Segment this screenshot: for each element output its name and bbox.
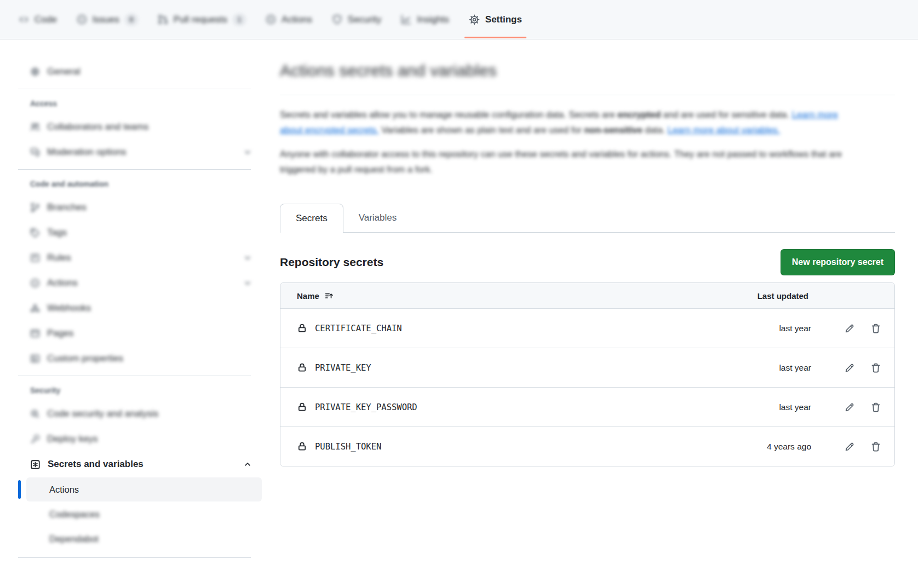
sidebar-item-label: Codespaces — [49, 509, 100, 520]
trash-icon — [870, 402, 881, 413]
sidebar-item-label: Secrets and variables — [48, 459, 144, 470]
sidebar-item-custom-properties[interactable]: Custom properties — [18, 346, 262, 371]
sidebar-divider — [18, 89, 251, 89]
sidebar-item-secrets-and-variables[interactable]: Secrets and variables — [18, 452, 262, 477]
git-branch-icon — [30, 203, 40, 212]
secret-name: CERTIFICATE_CHAIN — [315, 324, 735, 333]
pull-requests-count-badge: 1 — [233, 14, 246, 26]
name-column-header[interactable]: Name — [297, 291, 334, 301]
sidebar-item-rules[interactable]: Rules — [18, 245, 262, 270]
sidebar-section-security: Security — [18, 379, 262, 401]
tag-icon — [30, 228, 40, 238]
chevron-up-icon — [243, 460, 252, 469]
graph-icon — [401, 14, 411, 25]
sidebar-item-label: Tags — [47, 227, 67, 238]
sidebar-item-general[interactable]: General — [18, 59, 262, 84]
sidebar-item-branches[interactable]: Branches — [18, 195, 262, 220]
sidebar-item-collaborators[interactable]: Collaborators and teams — [18, 114, 262, 140]
secret-name: PRIVATE_KEY_PASSWORD — [315, 402, 735, 412]
sidebar-item-pages[interactable]: Pages — [18, 321, 262, 346]
browser-icon — [30, 328, 40, 338]
secret-last-updated: last year — [735, 402, 811, 412]
tab-pull-requests[interactable]: Pull requests 1 — [150, 0, 254, 39]
sidebar-divider — [18, 376, 251, 376]
new-repository-secret-button[interactable]: New repository secret — [781, 249, 895, 275]
tab-label: Insights — [417, 14, 449, 25]
chevron-down-icon — [243, 279, 252, 287]
sidebar-item-label: Collaborators and teams — [47, 122, 148, 132]
last-updated-column-header: Last updated — [758, 291, 808, 301]
edit-secret-button[interactable] — [844, 402, 855, 413]
sidebar-section-code-automation: Code and automation — [18, 173, 262, 195]
code-icon — [19, 14, 29, 25]
sidebar-item-label: Dependabot — [49, 534, 99, 544]
tab-label: Security — [348, 14, 381, 25]
sidebar-item-actions[interactable]: Actions — [18, 270, 262, 296]
secret-row: PRIVATE_KEY last year — [280, 348, 894, 387]
secret-name: PUBLISH_TOKEN — [315, 442, 735, 452]
sidebar-subitem-codespaces[interactable]: Codespaces — [26, 502, 262, 526]
sidebar-item-code-security[interactable]: Code security and analysis — [18, 401, 262, 426]
key-icon — [30, 434, 40, 444]
lock-icon — [297, 402, 307, 412]
shield-icon — [332, 14, 342, 25]
sidebar-item-webhooks[interactable]: Webhooks — [18, 296, 262, 321]
edit-secret-button[interactable] — [844, 441, 855, 452]
secret-last-updated: last year — [735, 324, 811, 333]
trash-icon — [870, 441, 881, 452]
sidebar-item-label: Pages — [47, 328, 73, 339]
git-pull-request-icon — [158, 14, 168, 25]
lock-icon — [297, 441, 307, 452]
tab-issues[interactable]: Issues 8 — [69, 0, 146, 39]
trash-icon — [870, 362, 881, 373]
tab-secrets[interactable]: Secrets — [280, 204, 343, 233]
tab-code[interactable]: Code — [11, 0, 65, 39]
delete-secret-button[interactable] — [870, 362, 881, 373]
sidebar-item-tags[interactable]: Tags — [18, 220, 262, 245]
intro-bold-non-sensitive: non-sensitive — [584, 125, 642, 135]
link-variables[interactable]: Learn more about variables. — [668, 125, 780, 135]
id-badge-icon — [30, 354, 40, 364]
gear-icon — [30, 67, 40, 77]
tab-actions[interactable]: Actions — [258, 0, 320, 39]
secret-name: PRIVATE_KEY — [315, 363, 735, 373]
secret-row: CERTIFICATE_CHAIN last year — [280, 308, 894, 348]
people-icon — [30, 122, 40, 132]
sidebar-item-label: Deploy keys — [47, 434, 98, 445]
tab-insights[interactable]: Insights — [393, 0, 457, 39]
asterisk-box-icon — [30, 459, 41, 470]
intro-text: data. — [642, 125, 668, 135]
tab-variables[interactable]: Variables — [343, 204, 412, 232]
repo-nav: Code Issues 8 Pull requests 1 Actions Se… — [0, 0, 918, 39]
lock-icon — [297, 362, 307, 373]
issue-opened-icon — [77, 14, 87, 25]
intro-paragraph-2: Anyone with collaborator access to this … — [280, 146, 847, 177]
sidebar-divider — [18, 169, 251, 170]
name-header-label: Name — [297, 291, 319, 301]
intro-text: Secrets and variables allow you to manag… — [280, 109, 617, 119]
delete-secret-button[interactable] — [870, 441, 881, 452]
sidebar-subitem-actions[interactable]: Actions — [26, 477, 262, 501]
secret-last-updated: last year — [735, 363, 811, 373]
sidebar-divider — [18, 557, 251, 558]
sidebar-item-deploy-keys[interactable]: Deploy keys — [18, 426, 262, 452]
intro-paragraph: Secrets and variables allow you to manag… — [280, 107, 847, 137]
pencil-icon — [844, 441, 855, 452]
tab-label: Issues — [93, 14, 119, 25]
sidebar-subitem-dependabot[interactable]: Dependabot — [26, 527, 262, 551]
delete-secret-button[interactable] — [870, 402, 881, 413]
delete-secret-button[interactable] — [870, 323, 881, 334]
sidebar-item-label: Actions — [47, 278, 78, 289]
edit-secret-button[interactable] — [844, 362, 855, 373]
tab-settings[interactable]: Settings — [461, 0, 530, 39]
tab-label: Code — [35, 14, 57, 25]
edit-secret-button[interactable] — [844, 323, 855, 334]
title-divider — [280, 95, 895, 95]
tab-security[interactable]: Security — [324, 0, 389, 39]
intro-bold-encrypted: encrypted — [617, 109, 661, 119]
codescan-icon — [30, 409, 40, 419]
pencil-icon — [844, 323, 855, 334]
trash-icon — [870, 323, 881, 334]
page-title: Actions secrets and variables — [280, 61, 895, 80]
sidebar-item-moderation-options[interactable]: Moderation options — [18, 140, 262, 165]
